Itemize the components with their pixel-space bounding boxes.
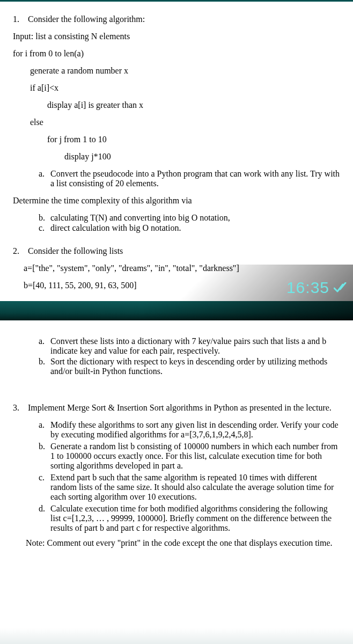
q1-header: 1. Consider the following algorithm: — [13, 14, 340, 24]
q1-if-line: if a[i]<x — [30, 83, 340, 93]
q1-number: 1. — [13, 14, 19, 24]
q1-else-line: else — [30, 118, 340, 127]
clock-time: 16:35 — [286, 279, 329, 297]
q1-input-line: Input: list a consisting N elements — [13, 32, 340, 41]
q1-display2: display j*100 — [64, 152, 340, 162]
q2-a-text: Convert these lists into a dictionary wi… — [50, 336, 340, 356]
q1-c-text: direct calculation with big O notation. — [50, 223, 181, 233]
q2-b-label: b. — [39, 357, 50, 376]
q2-b-text: Sort the dictionary with respect to keys… — [50, 357, 340, 376]
q3-header: 3. Implement Merge Sort & Insertion Sort… — [13, 403, 340, 413]
q1-a-text: Convert the pseudocode into a Python pro… — [50, 169, 340, 188]
q1-a-label: a. — [39, 169, 50, 188]
q1-b-text: calculating T(N) and converting into big… — [50, 213, 230, 223]
q3-a-label: a. — [39, 420, 50, 440]
q2-a-label: a. — [39, 336, 50, 356]
check-icon — [334, 282, 348, 293]
q3-title: Implement Merge Sort & Insertion Sort al… — [28, 403, 332, 412]
q3-c-label: c. — [39, 473, 50, 502]
q1-sub-a: a. Convert the pseudocode into a Python … — [39, 169, 340, 188]
q1-forj-line: for j from 1 to 10 — [47, 135, 340, 144]
q3-sub-list: a. Modify these algorithms to sort any g… — [39, 420, 340, 533]
q3-d-label: d. — [39, 504, 50, 533]
q3-number: 3. — [13, 403, 19, 412]
q1-title: Consider the following algorithm: — [28, 14, 145, 24]
q2-header: 2. Consider the following lists — [13, 246, 340, 256]
clock-overlay: 16:35 — [286, 279, 348, 297]
q3-b-label: b. — [39, 442, 50, 471]
q2-title: Consider the following lists — [28, 246, 123, 255]
q1-display1: display a[i] is greater than x — [47, 100, 340, 110]
divider-bar: 16:35 — [0, 301, 353, 323]
q1-sub-bc: b. calculating T(N) and converting into … — [39, 213, 340, 233]
q3-note: Note: Comment out every "print" in the c… — [26, 538, 340, 548]
q3-a-text: Modify these algorithms to sort any give… — [50, 420, 340, 440]
q1-c-label: c. — [39, 223, 50, 233]
q2-sub-list: a. Convert these lists into a dictionary… — [39, 336, 340, 376]
q3-b-text: Generate a random list b consisting of 1… — [50, 442, 340, 471]
q1-for-line: for i from 0 to len(a) — [13, 49, 340, 58]
q1-generate-line: generate a random number x — [30, 66, 340, 76]
q3-d-text: Calculate execution time for both modifi… — [50, 504, 340, 533]
q1-b-label: b. — [39, 213, 50, 223]
q3-c-text: Extend part b such that the same algorit… — [50, 473, 340, 502]
q2-list-a: a=["the", "system", "only", "dreams", "i… — [24, 264, 340, 273]
q2-number: 2. — [13, 246, 19, 255]
q1-determine: Determine the time complexity of this al… — [13, 196, 340, 206]
